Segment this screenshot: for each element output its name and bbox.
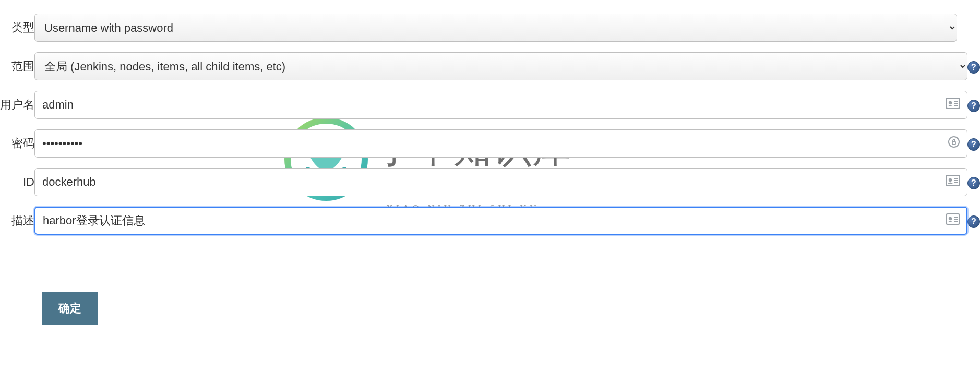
password-label: 密码 <box>0 129 34 158</box>
type-label: 类型 <box>0 14 34 42</box>
confirm-button[interactable]: 确定 <box>42 292 98 325</box>
type-select[interactable]: Username with password <box>34 14 957 42</box>
password-help-icon[interactable]: ? <box>967 138 980 151</box>
username-help-icon[interactable]: ? <box>967 100 980 112</box>
scope-select[interactable]: 全局 (Jenkins, nodes, items, all child ite… <box>34 52 967 80</box>
id-help-icon[interactable]: ? <box>967 177 980 189</box>
id-input[interactable] <box>34 168 967 196</box>
description-label: 描述 <box>0 207 34 235</box>
username-input[interactable] <box>34 91 967 119</box>
description-help-icon[interactable]: ? <box>967 215 980 228</box>
description-input[interactable] <box>34 207 967 235</box>
password-input[interactable] <box>34 129 967 158</box>
id-label: ID <box>0 168 34 196</box>
username-label: 用户名 <box>0 91 34 119</box>
scope-help-icon[interactable]: ? <box>967 61 980 74</box>
scope-label: 范围 <box>0 52 34 80</box>
